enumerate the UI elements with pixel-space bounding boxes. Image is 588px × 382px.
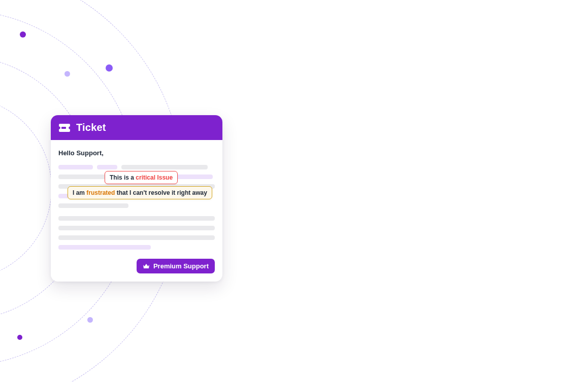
callout-text: I am xyxy=(73,189,86,196)
callout-text: This is a xyxy=(110,174,136,181)
skeleton-line xyxy=(58,235,215,240)
orbit-ring xyxy=(0,96,52,280)
orbit-dot xyxy=(106,64,113,72)
callout-critical: This is a critical Issue xyxy=(105,171,178,184)
orbit-dot xyxy=(17,335,22,340)
orbit-dot xyxy=(64,71,70,77)
orbit-dot xyxy=(20,31,26,38)
callout-highlight: critical Issue xyxy=(136,174,173,181)
premium-support-button[interactable]: Premium Support xyxy=(137,259,215,273)
button-label: Premium Support xyxy=(153,262,209,270)
callout-frustrated: I am frustrated that I can't resolve it … xyxy=(68,186,212,199)
skeleton-line xyxy=(58,216,215,221)
skeleton-line xyxy=(58,245,215,250)
crown-icon xyxy=(143,263,150,269)
ticket-actions: Premium Support xyxy=(58,259,215,273)
svg-rect-0 xyxy=(61,127,66,129)
ticket-greeting: Hello Support, xyxy=(58,149,215,157)
callout-text: that I can't resolve it right away xyxy=(115,189,207,196)
ticket-body: Hello Support, xyxy=(51,140,222,282)
skeleton-line xyxy=(58,203,215,208)
skeleton-line xyxy=(58,165,215,169)
orbit-dot xyxy=(87,317,93,323)
ticket-title: Ticket xyxy=(76,122,106,133)
skeleton-line xyxy=(58,226,215,230)
ticket-header: Ticket xyxy=(51,115,222,140)
ticket-card: Ticket Hello Support, xyxy=(51,115,222,282)
ticket-icon xyxy=(59,124,70,132)
callout-highlight: frustrated xyxy=(86,189,115,196)
